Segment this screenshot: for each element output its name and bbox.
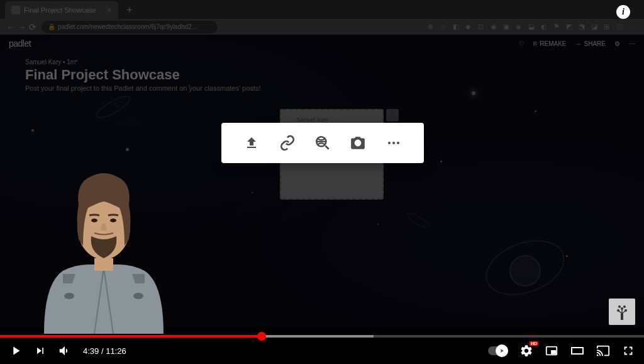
- svg-rect-21: [552, 351, 555, 354]
- ext-icon[interactable]: ⊡: [478, 23, 487, 31]
- ext-icon[interactable]: ⬓: [528, 23, 537, 31]
- svg-rect-8: [621, 314, 623, 320]
- card-author-time: 1m: [331, 117, 340, 123]
- ext-icon[interactable]: ▣: [503, 23, 512, 31]
- svg-point-5: [388, 142, 391, 144]
- like-button[interactable]: ♡: [519, 40, 525, 47]
- padlet-header: padlet ♡ ⎘ REMAKE → SHARE ⚙ ⋯: [0, 35, 644, 52]
- theater-icon[interactable]: [570, 343, 585, 358]
- padlet-author: Samuel Kary • 1m: [25, 59, 619, 65]
- svg-point-2: [406, 211, 431, 230]
- svg-rect-22: [572, 348, 583, 354]
- svg-line-4: [325, 145, 328, 149]
- nav-buttons: ← → ⟳: [6, 22, 36, 32]
- ext-icon[interactable]: ⚑: [553, 23, 562, 31]
- avatar-icon: [287, 117, 294, 123]
- ext-icon[interactable]: ⬔: [579, 23, 587, 31]
- more-options-icon[interactable]: [382, 132, 405, 154]
- extension-icons: ⊕☆◧◆⊡◉▣◈⬓◐⚑◩⬔◪⊞◫⋮: [428, 23, 638, 31]
- player-controls: 4:39 / 11:26 HD: [0, 338, 644, 364]
- camera-icon[interactable]: [347, 132, 369, 154]
- close-icon[interactable]: ×: [107, 5, 112, 15]
- svg-point-12: [618, 305, 621, 308]
- browser-chrome: Final Project Showcase × + ← → ⟳ 🔒 padle…: [0, 0, 644, 35]
- channel-watermark[interactable]: [609, 299, 635, 325]
- ext-icon[interactable]: ◐: [541, 23, 550, 31]
- ext-icon[interactable]: ⊞: [604, 23, 613, 31]
- tab-title: Final Project Showcase: [24, 6, 96, 14]
- ext-icon[interactable]: ⋮: [629, 23, 638, 31]
- next-icon[interactable]: [34, 344, 47, 357]
- fullscreen-icon[interactable]: [621, 344, 635, 358]
- padlet-actions: ♡ ⎘ REMAKE → SHARE ⚙ ⋯: [519, 40, 635, 47]
- card-author-name: Samuel Kary: [296, 117, 329, 123]
- settings-icon[interactable]: HD: [519, 344, 533, 358]
- url-bar: ← → ⟳ 🔒 padlet.com/newedtechclassroom/6j…: [0, 19, 644, 35]
- tab-bar: Final Project Showcase × +: [0, 0, 644, 19]
- ext-icon[interactable]: ◪: [591, 23, 600, 31]
- settings-button[interactable]: ⚙: [614, 40, 620, 47]
- padlet-title-area: Samuel Kary • 1m Final Project Showcase …: [0, 52, 644, 98]
- time-display: 4:39 / 11:26: [83, 346, 126, 356]
- lock-icon: 🔒: [48, 23, 55, 30]
- autoplay-toggle[interactable]: [488, 346, 508, 355]
- svg-point-17: [91, 219, 97, 222]
- info-icon[interactable]: i: [616, 5, 630, 19]
- ext-icon[interactable]: ◫: [616, 23, 625, 31]
- new-tab-button[interactable]: +: [123, 4, 136, 16]
- volume-icon[interactable]: [58, 344, 72, 358]
- browser-tab[interactable]: Final Project Showcase ×: [5, 1, 118, 19]
- remake-button[interactable]: ⎘ REMAKE: [533, 40, 566, 47]
- svg-point-14: [64, 293, 74, 299]
- forward-icon[interactable]: →: [18, 22, 26, 32]
- ext-icon[interactable]: ◉: [491, 23, 499, 31]
- back-icon[interactable]: ←: [6, 22, 15, 32]
- play-icon[interactable]: [9, 344, 23, 358]
- miniplayer-icon[interactable]: [545, 344, 558, 358]
- search-web-icon[interactable]: [311, 132, 334, 154]
- video-frame: Final Project Showcase × + ← → ⟳ 🔒 padle…: [0, 0, 644, 364]
- current-time: 4:39: [83, 346, 99, 356]
- svg-rect-19: [94, 258, 113, 271]
- svg-point-6: [392, 142, 395, 144]
- ext-icon[interactable]: ☆: [440, 23, 449, 31]
- presenter-figure: [31, 157, 176, 334]
- padlet-subtitle: Post your final project to this Padlet a…: [25, 84, 619, 92]
- ext-icon[interactable]: ◆: [465, 23, 474, 31]
- svg-point-13: [623, 305, 626, 308]
- more-button[interactable]: ⋯: [629, 40, 635, 47]
- reload-icon[interactable]: ⟳: [29, 22, 36, 32]
- padlet-title: Final Project Showcase: [25, 67, 619, 83]
- url-input[interactable]: 🔒 padlet.com/newedtechclassroom/6j7qc9yl…: [42, 21, 218, 33]
- card-author: Samuel Kary 1m: [287, 117, 376, 123]
- svg-point-18: [110, 219, 116, 222]
- duration: 11:26: [106, 346, 126, 356]
- cast-icon[interactable]: [596, 344, 610, 358]
- attachment-toolbar: [221, 123, 424, 163]
- url-text: padlet.com/newedtechclassroom/6j7qc9ylad…: [58, 23, 197, 30]
- upload-icon[interactable]: [240, 132, 263, 154]
- svg-point-1: [114, 101, 120, 108]
- trash-icon[interactable]: 🗑: [386, 109, 399, 122]
- link-icon[interactable]: [276, 132, 299, 154]
- ext-icon[interactable]: ◈: [516, 23, 525, 31]
- share-button[interactable]: → SHARE: [575, 40, 606, 47]
- padlet-logo[interactable]: padlet: [9, 38, 31, 48]
- ext-icon[interactable]: ◧: [453, 23, 462, 31]
- tab-favicon-icon: [11, 6, 20, 14]
- ext-icon[interactable]: ⊕: [428, 23, 436, 31]
- hd-badge: HD: [530, 341, 538, 346]
- svg-point-7: [397, 142, 399, 144]
- svg-point-15: [133, 293, 143, 299]
- ext-icon[interactable]: ◩: [566, 23, 575, 31]
